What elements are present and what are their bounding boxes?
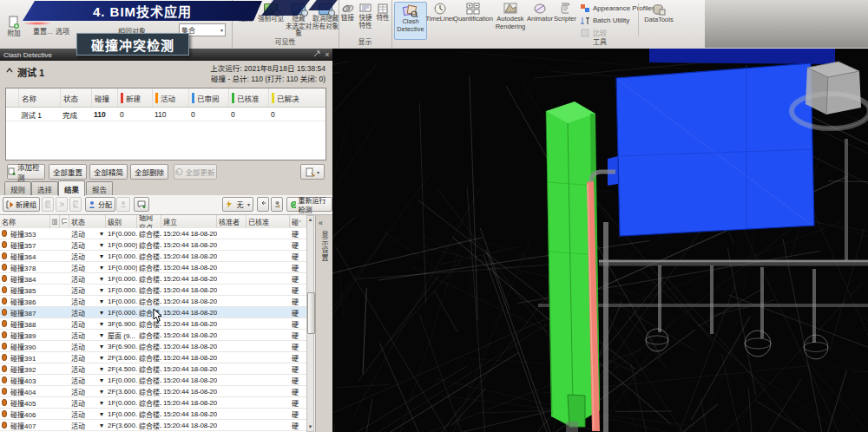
clash-result-row[interactable]: 碰撞392 活动 ▾ 2F(4.500... 综合楼-... 15:20:44 … [0,363,306,375]
camera-cell [50,363,60,374]
add-comment-button[interactable] [134,197,149,212]
clash-result-row[interactable]: 碰撞378 活动 ▾ 1F(0.000) 综合楼-... 15:20:44 18… [0,262,306,273]
properties-button[interactable]: 特性 [376,3,390,23]
autodesk-rendering-button[interactable]: Autodesk Rendering [494,2,527,30]
status-dropdown-icon[interactable]: ▾ [97,330,106,340]
status-dropdown-icon[interactable]: ▾ [97,307,106,317]
scripter-button[interactable]: Scripter [553,2,577,23]
clash-result-row[interactable]: 碰撞391 活动 ▾ 2F(3.600... 综合楼-... 15:20:44 … [0,352,306,363]
clash-result-row[interactable]: 碰撞407 活动 ▾ 2F(3.600... 综合楼-... 15:20:44 … [0,420,306,431]
status-dropdown-icon[interactable]: ▾ [97,239,106,250]
clash-status[interactable]: 活动 [69,397,97,408]
rerun-test-button[interactable]: 重新运行检测 [286,197,332,212]
display-settings-pane[interactable]: « 显示设置 [315,215,332,432]
status-dropdown-icon[interactable]: ▾ [97,363,106,374]
clash-status[interactable]: 活动 [69,251,97,261]
compact-all-button[interactable]: 全部精简 [89,164,128,180]
status-dropdown-icon[interactable]: ▾ [97,251,106,261]
close-icon[interactable]: × [322,50,332,59]
report-export-button[interactable]: ▾ [300,164,325,180]
clash-approver [217,397,247,408]
selected-element-blue[interactable] [608,49,835,236]
clash-detective-button[interactable]: Clash Detective [394,2,427,40]
delete-all-button[interactable]: 全部删除 [130,164,168,180]
clash-status[interactable]: 活动 [69,285,97,295]
scrollbar-thumb[interactable] [307,292,315,334]
clash-status[interactable]: 活动 [69,341,97,351]
status-dropdown-icon[interactable]: ▾ [97,273,106,284]
undo-button[interactable] [257,197,269,212]
clash-result-row[interactable]: 碰撞364 活动 ▾ 1F(0.000... 综合楼-... 15:20:44 … [0,251,306,262]
status-dropdown-icon[interactable]: ▾ [97,420,106,430]
tab-report[interactable]: 报告 [86,181,113,196]
assign-button[interactable]: 分配 [85,197,115,212]
pin-icon[interactable] [312,50,322,59]
clash-status[interactable]: 活动 [69,239,97,250]
clash-result-row[interactable]: 碰撞405 活动 ▾ 1F(0.000... 综合楼-... 15:20:44 … [0,397,306,409]
tab-select[interactable]: 选择 [31,181,58,196]
datatools-button[interactable]: DataTools [641,3,676,24]
clash-result-row[interactable]: 碰撞404 活动 ▾ 2F(3.600... 综合楼-... 15:20:44 … [0,386,306,397]
status-dropdown-icon[interactable]: ▾ [97,386,106,396]
highlight-filter-dropdown[interactable]: 无 ▾ [222,197,253,212]
clash-status[interactable]: 活动 [69,420,97,430]
scroll-down-icon[interactable]: ▼ [307,423,313,431]
clash-result-row[interactable]: 碰撞406 活动 ▾ 1F(0.000... 综合楼-... 15:20:44 … [0,409,306,420]
collapse-chevron-icon[interactable] [6,68,13,73]
status-dropdown-icon[interactable]: ▾ [97,397,106,408]
status-dropdown-icon[interactable]: ▾ [97,341,106,351]
clash-result-row[interactable]: 碰撞384 活动 ▾ 1F(0.000... 综合楼-... 15:20:44 … [0,273,306,285]
new-group-button[interactable]: 新建组 [3,197,40,212]
clash-result-row[interactable]: 碰撞385 活动 ▾ 1F(0.000... 综合楼-... 15:20:44 … [0,285,306,296]
append-button[interactable]: 附加 [2,16,26,38]
clash-status[interactable]: 活动 [69,296,97,306]
clash-created: 15:20:44 18-08-2021 [161,363,217,374]
clash-status[interactable]: 活动 [69,273,97,284]
clash-status[interactable]: 活动 [69,318,97,329]
status-dropdown-icon[interactable]: ▾ [97,318,106,329]
clash-result-row[interactable]: 碰撞403 活动 ▾ 1F(0.000... 综合楼-... 15:20:44 … [0,375,306,386]
reset-all-button[interactable]: 全部重置 [49,164,87,180]
clash-result-row[interactable]: 碰撞386 活动 ▾ 1F(0.000... 综合楼-... 15:20:44 … [0,296,306,307]
options-button[interactable]: 选项 [56,26,69,36]
links-button[interactable]: 链接 [339,3,356,23]
scroll-up-icon[interactable]: ▲ [307,216,313,224]
status-dropdown-icon[interactable]: ▾ [97,228,106,239]
clash-status[interactable]: 活动 [69,386,97,396]
clash-status[interactable]: 活动 [69,330,97,340]
approve-button[interactable] [271,197,283,212]
tab-results[interactable]: 结果 [58,180,85,196]
comment-column-icon[interactable] [60,215,69,228]
clash-status[interactable]: 活动 [69,375,97,385]
timeliner-button[interactable]: TimeLiner [428,2,452,23]
quantification-button[interactable]: Quantification [452,2,494,23]
clash-result-row[interactable]: 碰撞390 活动 ▾ 3F(6.900... 综合楼-... 15:20:44 … [0,341,306,352]
clash-status[interactable]: 活动 [69,363,97,374]
camera-column-icon[interactable] [50,215,60,228]
viewport-3d[interactable] [332,49,868,432]
expand-pane-icon[interactable]: « [319,219,323,227]
animator-button[interactable]: Animator [527,2,553,23]
reset-button[interactable]: 重置... [33,26,53,36]
test-row[interactable]: 测试 1 完成 110 0 110 0 0 0 [6,108,326,121]
clash-status[interactable]: 活动 [69,409,97,419]
clash-result-row[interactable]: 碰撞389 活动 ▾ 屋面 (9... 综合楼-... 15:20:44 18-… [0,330,306,341]
clash-result-row[interactable]: 碰撞357 活动 ▾ 1F(0.000) 综合楼-... 15:20:44 18… [0,239,306,251]
clash-status[interactable]: 活动 [69,228,97,239]
clash-status[interactable]: 活动 [69,307,97,317]
status-dropdown-icon[interactable]: ▾ [97,375,106,385]
clash-status[interactable]: 活动 [69,352,97,363]
status-dropdown-icon[interactable]: ▾ [97,352,106,363]
display-settings-label: 显示设置 [319,231,329,262]
add-test-button[interactable]: 添加检测 [7,164,45,180]
clash-result-row[interactable]: 碰撞353 活动 ▾ 1F(0.000... 综合楼-... 15:20:44 … [0,228,306,239]
quick-properties-button[interactable]: 快捷 特性 [356,3,375,29]
results-scrollbar[interactable]: ▲ ▼ [306,215,314,432]
timeliner-icon [433,2,447,15]
clash-status[interactable]: 活动 [69,262,97,272]
status-dropdown-icon[interactable]: ▾ [97,285,106,295]
status-dropdown-icon[interactable]: ▾ [97,296,106,306]
tab-rules[interactable]: 规则 [4,181,31,196]
status-dropdown-icon[interactable]: ▾ [97,409,106,419]
status-dropdown-icon[interactable]: ▾ [97,262,106,272]
